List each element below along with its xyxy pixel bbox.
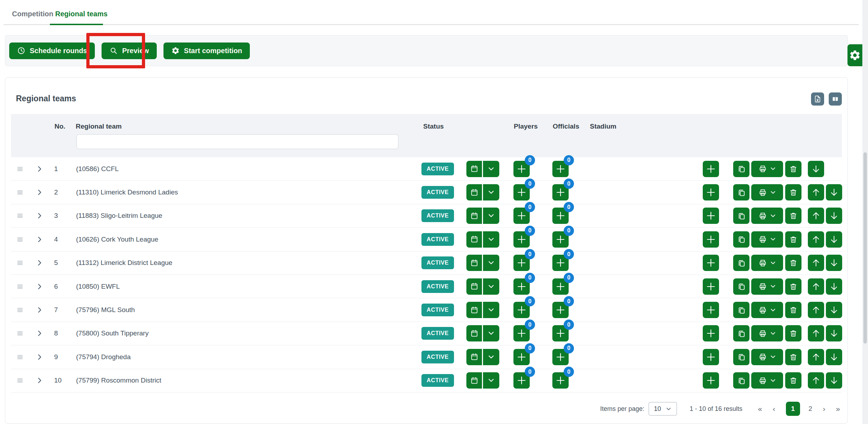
delete-button[interactable] bbox=[785, 302, 801, 318]
move-up-button[interactable] bbox=[808, 302, 824, 318]
row-add-button[interactable] bbox=[703, 208, 719, 224]
move-down-button[interactable] bbox=[826, 255, 842, 271]
print-button[interactable] bbox=[751, 302, 783, 318]
move-down-button[interactable] bbox=[826, 208, 842, 224]
add-player-button[interactable]: 0 bbox=[513, 325, 530, 341]
schedule-button[interactable] bbox=[466, 372, 482, 389]
row-add-button[interactable] bbox=[703, 372, 719, 389]
team-filter-input[interactable] bbox=[76, 134, 398, 149]
delete-button[interactable] bbox=[785, 208, 801, 224]
move-up-button[interactable] bbox=[808, 372, 824, 389]
schedule-button[interactable] bbox=[466, 231, 482, 248]
page-2-button[interactable]: 2 bbox=[809, 405, 812, 413]
add-player-button[interactable]: 0 bbox=[513, 208, 530, 224]
copy-button[interactable] bbox=[733, 302, 749, 318]
print-button[interactable] bbox=[751, 255, 783, 271]
add-player-button[interactable]: 0 bbox=[513, 372, 530, 389]
delete-button[interactable] bbox=[785, 231, 801, 248]
scrollbar-track[interactable] bbox=[862, 0, 868, 424]
print-button[interactable] bbox=[751, 231, 783, 248]
move-down-button[interactable] bbox=[826, 349, 842, 365]
drag-handle-icon[interactable] bbox=[16, 212, 24, 220]
move-down-button[interactable] bbox=[826, 302, 842, 318]
add-player-button[interactable]: 0 bbox=[513, 302, 530, 318]
schedule-button[interactable] bbox=[466, 325, 482, 341]
add-player-button[interactable]: 0 bbox=[513, 349, 530, 365]
schedule-button[interactable] bbox=[466, 184, 482, 200]
add-official-button[interactable]: 0 bbox=[552, 325, 569, 341]
delete-button[interactable] bbox=[785, 349, 801, 365]
scrollbar-thumb[interactable] bbox=[863, 152, 867, 344]
row-add-button[interactable] bbox=[703, 349, 719, 365]
schedule-button[interactable] bbox=[466, 278, 482, 295]
expand-row-button[interactable] bbox=[36, 188, 44, 196]
add-official-button[interactable]: 0 bbox=[552, 302, 569, 318]
print-button[interactable] bbox=[751, 184, 783, 200]
add-player-button[interactable]: 0 bbox=[513, 184, 530, 200]
move-down-button[interactable] bbox=[826, 278, 842, 295]
schedule-rounds-button[interactable]: Schedule rounds bbox=[9, 43, 95, 59]
row-add-button[interactable] bbox=[703, 161, 719, 177]
schedule-button[interactable] bbox=[466, 161, 482, 177]
export-excel-button[interactable] bbox=[811, 92, 824, 106]
expand-row-button[interactable] bbox=[36, 306, 44, 314]
expand-row-button[interactable] bbox=[36, 236, 44, 243]
print-button[interactable] bbox=[751, 372, 783, 389]
schedule-dropdown-button[interactable] bbox=[483, 278, 499, 295]
schedule-button[interactable] bbox=[466, 302, 482, 318]
copy-button[interactable] bbox=[733, 184, 749, 200]
move-down-button[interactable] bbox=[826, 325, 842, 341]
expand-row-button[interactable] bbox=[36, 212, 44, 220]
add-official-button[interactable]: 0 bbox=[552, 231, 569, 248]
move-up-button[interactable] bbox=[808, 208, 824, 224]
drag-handle-icon[interactable] bbox=[16, 259, 24, 267]
row-add-button[interactable] bbox=[703, 231, 719, 248]
drag-handle-icon[interactable] bbox=[16, 353, 24, 361]
add-player-button[interactable]: 0 bbox=[513, 255, 530, 271]
delete-button[interactable] bbox=[785, 325, 801, 341]
schedule-button[interactable] bbox=[466, 349, 482, 365]
drag-handle-icon[interactable] bbox=[16, 165, 24, 173]
move-down-button[interactable] bbox=[826, 184, 842, 200]
print-button[interactable] bbox=[751, 325, 783, 341]
delete-button[interactable] bbox=[785, 161, 801, 177]
copy-button[interactable] bbox=[733, 161, 749, 177]
print-button[interactable] bbox=[751, 208, 783, 224]
drag-handle-icon[interactable] bbox=[16, 306, 24, 314]
drag-handle-icon[interactable] bbox=[16, 282, 24, 290]
page-1-button[interactable]: 1 bbox=[786, 402, 800, 416]
copy-button[interactable] bbox=[733, 278, 749, 295]
schedule-dropdown-button[interactable] bbox=[483, 372, 499, 389]
row-add-button[interactable] bbox=[703, 184, 719, 200]
delete-button[interactable] bbox=[785, 184, 801, 200]
schedule-dropdown-button[interactable] bbox=[483, 325, 499, 341]
row-add-button[interactable] bbox=[703, 255, 719, 271]
row-add-button[interactable] bbox=[703, 302, 719, 318]
move-up-button[interactable] bbox=[808, 349, 824, 365]
add-player-button[interactable]: 0 bbox=[513, 161, 530, 177]
expand-row-button[interactable] bbox=[36, 377, 44, 384]
drag-handle-icon[interactable] bbox=[16, 377, 24, 385]
prev-page-button[interactable]: ‹ bbox=[773, 405, 775, 413]
schedule-dropdown-button[interactable] bbox=[483, 349, 499, 365]
expand-row-button[interactable] bbox=[36, 259, 44, 267]
copy-button[interactable] bbox=[733, 255, 749, 271]
delete-button[interactable] bbox=[785, 372, 801, 389]
settings-flyout-button[interactable] bbox=[847, 44, 862, 66]
drag-handle-icon[interactable] bbox=[16, 235, 24, 243]
move-up-button[interactable] bbox=[808, 231, 824, 248]
row-add-button[interactable] bbox=[703, 278, 719, 295]
add-official-button[interactable]: 0 bbox=[552, 161, 569, 177]
schedule-button[interactable] bbox=[466, 255, 482, 271]
copy-button[interactable] bbox=[733, 349, 749, 365]
row-add-button[interactable] bbox=[703, 325, 719, 341]
delete-button[interactable] bbox=[785, 278, 801, 295]
copy-button[interactable] bbox=[733, 372, 749, 389]
add-official-button[interactable]: 0 bbox=[552, 278, 569, 295]
column-settings-button[interactable] bbox=[829, 92, 842, 106]
schedule-button[interactable] bbox=[466, 208, 482, 224]
move-down-button[interactable] bbox=[808, 161, 824, 177]
next-page-button[interactable]: › bbox=[823, 405, 825, 413]
start-competition-button[interactable]: Start competition bbox=[163, 43, 250, 59]
move-up-button[interactable] bbox=[808, 184, 824, 200]
